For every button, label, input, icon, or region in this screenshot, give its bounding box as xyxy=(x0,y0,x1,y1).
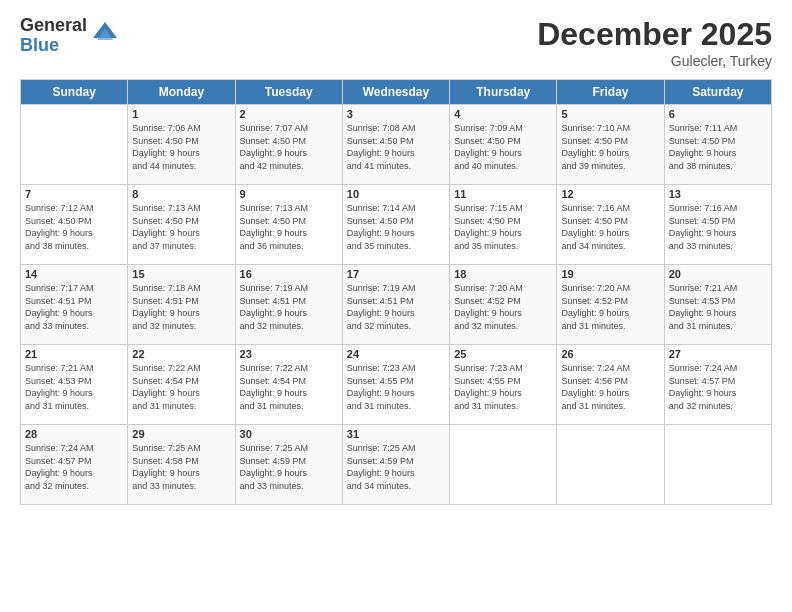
week-row-3: 14Sunrise: 7:17 AM Sunset: 4:51 PM Dayli… xyxy=(21,265,772,345)
calendar-cell xyxy=(664,425,771,505)
calendar-cell: 20Sunrise: 7:21 AM Sunset: 4:53 PM Dayli… xyxy=(664,265,771,345)
calendar-cell: 25Sunrise: 7:23 AM Sunset: 4:55 PM Dayli… xyxy=(450,345,557,425)
calendar-cell: 31Sunrise: 7:25 AM Sunset: 4:59 PM Dayli… xyxy=(342,425,449,505)
week-row-2: 7Sunrise: 7:12 AM Sunset: 4:50 PM Daylig… xyxy=(21,185,772,265)
day-info: Sunrise: 7:25 AM Sunset: 4:58 PM Dayligh… xyxy=(132,442,230,492)
day-info: Sunrise: 7:22 AM Sunset: 4:54 PM Dayligh… xyxy=(132,362,230,412)
day-number: 12 xyxy=(561,188,659,200)
day-header-friday: Friday xyxy=(557,80,664,105)
day-info: Sunrise: 7:09 AM Sunset: 4:50 PM Dayligh… xyxy=(454,122,552,172)
day-info: Sunrise: 7:20 AM Sunset: 4:52 PM Dayligh… xyxy=(454,282,552,332)
day-number: 29 xyxy=(132,428,230,440)
calendar-cell: 22Sunrise: 7:22 AM Sunset: 4:54 PM Dayli… xyxy=(128,345,235,425)
day-number: 25 xyxy=(454,348,552,360)
day-number: 4 xyxy=(454,108,552,120)
day-info: Sunrise: 7:25 AM Sunset: 4:59 PM Dayligh… xyxy=(347,442,445,492)
day-info: Sunrise: 7:23 AM Sunset: 4:55 PM Dayligh… xyxy=(347,362,445,412)
day-number: 3 xyxy=(347,108,445,120)
day-info: Sunrise: 7:13 AM Sunset: 4:50 PM Dayligh… xyxy=(240,202,338,252)
calendar-cell: 9Sunrise: 7:13 AM Sunset: 4:50 PM Daylig… xyxy=(235,185,342,265)
day-number: 18 xyxy=(454,268,552,280)
calendar-cell: 21Sunrise: 7:21 AM Sunset: 4:53 PM Dayli… xyxy=(21,345,128,425)
calendar-cell: 7Sunrise: 7:12 AM Sunset: 4:50 PM Daylig… xyxy=(21,185,128,265)
day-number: 14 xyxy=(25,268,123,280)
day-number: 5 xyxy=(561,108,659,120)
calendar-cell xyxy=(21,105,128,185)
day-number: 7 xyxy=(25,188,123,200)
calendar-cell: 3Sunrise: 7:08 AM Sunset: 4:50 PM Daylig… xyxy=(342,105,449,185)
week-row-5: 28Sunrise: 7:24 AM Sunset: 4:57 PM Dayli… xyxy=(21,425,772,505)
day-info: Sunrise: 7:10 AM Sunset: 4:50 PM Dayligh… xyxy=(561,122,659,172)
day-info: Sunrise: 7:24 AM Sunset: 4:57 PM Dayligh… xyxy=(25,442,123,492)
day-header-sunday: Sunday xyxy=(21,80,128,105)
day-info: Sunrise: 7:12 AM Sunset: 4:50 PM Dayligh… xyxy=(25,202,123,252)
calendar-cell: 5Sunrise: 7:10 AM Sunset: 4:50 PM Daylig… xyxy=(557,105,664,185)
day-info: Sunrise: 7:13 AM Sunset: 4:50 PM Dayligh… xyxy=(132,202,230,252)
calendar-cell: 11Sunrise: 7:15 AM Sunset: 4:50 PM Dayli… xyxy=(450,185,557,265)
day-info: Sunrise: 7:18 AM Sunset: 4:51 PM Dayligh… xyxy=(132,282,230,332)
day-number: 23 xyxy=(240,348,338,360)
day-number: 16 xyxy=(240,268,338,280)
calendar-cell: 8Sunrise: 7:13 AM Sunset: 4:50 PM Daylig… xyxy=(128,185,235,265)
day-number: 9 xyxy=(240,188,338,200)
day-info: Sunrise: 7:19 AM Sunset: 4:51 PM Dayligh… xyxy=(240,282,338,332)
day-number: 17 xyxy=(347,268,445,280)
calendar-cell: 6Sunrise: 7:11 AM Sunset: 4:50 PM Daylig… xyxy=(664,105,771,185)
day-info: Sunrise: 7:24 AM Sunset: 4:57 PM Dayligh… xyxy=(669,362,767,412)
day-info: Sunrise: 7:24 AM Sunset: 4:56 PM Dayligh… xyxy=(561,362,659,412)
calendar-cell: 27Sunrise: 7:24 AM Sunset: 4:57 PM Dayli… xyxy=(664,345,771,425)
day-number: 13 xyxy=(669,188,767,200)
calendar-cell: 23Sunrise: 7:22 AM Sunset: 4:54 PM Dayli… xyxy=(235,345,342,425)
calendar-cell: 15Sunrise: 7:18 AM Sunset: 4:51 PM Dayli… xyxy=(128,265,235,345)
calendar-cell xyxy=(450,425,557,505)
day-info: Sunrise: 7:17 AM Sunset: 4:51 PM Dayligh… xyxy=(25,282,123,332)
day-header-thursday: Thursday xyxy=(450,80,557,105)
day-info: Sunrise: 7:19 AM Sunset: 4:51 PM Dayligh… xyxy=(347,282,445,332)
calendar-cell: 29Sunrise: 7:25 AM Sunset: 4:58 PM Dayli… xyxy=(128,425,235,505)
day-info: Sunrise: 7:25 AM Sunset: 4:59 PM Dayligh… xyxy=(240,442,338,492)
day-info: Sunrise: 7:06 AM Sunset: 4:50 PM Dayligh… xyxy=(132,122,230,172)
day-info: Sunrise: 7:22 AM Sunset: 4:54 PM Dayligh… xyxy=(240,362,338,412)
month-title: December 2025 xyxy=(537,16,772,53)
day-info: Sunrise: 7:20 AM Sunset: 4:52 PM Dayligh… xyxy=(561,282,659,332)
week-row-4: 21Sunrise: 7:21 AM Sunset: 4:53 PM Dayli… xyxy=(21,345,772,425)
calendar-cell: 30Sunrise: 7:25 AM Sunset: 4:59 PM Dayli… xyxy=(235,425,342,505)
calendar-cell: 2Sunrise: 7:07 AM Sunset: 4:50 PM Daylig… xyxy=(235,105,342,185)
calendar-cell: 16Sunrise: 7:19 AM Sunset: 4:51 PM Dayli… xyxy=(235,265,342,345)
logo: General Blue xyxy=(20,16,119,56)
day-info: Sunrise: 7:14 AM Sunset: 4:50 PM Dayligh… xyxy=(347,202,445,252)
day-info: Sunrise: 7:16 AM Sunset: 4:50 PM Dayligh… xyxy=(669,202,767,252)
calendar-cell: 13Sunrise: 7:16 AM Sunset: 4:50 PM Dayli… xyxy=(664,185,771,265)
calendar-cell: 4Sunrise: 7:09 AM Sunset: 4:50 PM Daylig… xyxy=(450,105,557,185)
calendar-cell: 1Sunrise: 7:06 AM Sunset: 4:50 PM Daylig… xyxy=(128,105,235,185)
title-block: December 2025 Gulecler, Turkey xyxy=(537,16,772,69)
day-number: 24 xyxy=(347,348,445,360)
day-number: 28 xyxy=(25,428,123,440)
day-number: 31 xyxy=(347,428,445,440)
day-number: 19 xyxy=(561,268,659,280)
logo-icon xyxy=(91,20,119,52)
day-number: 22 xyxy=(132,348,230,360)
calendar-cell: 14Sunrise: 7:17 AM Sunset: 4:51 PM Dayli… xyxy=(21,265,128,345)
day-number: 10 xyxy=(347,188,445,200)
calendar-cell: 12Sunrise: 7:16 AM Sunset: 4:50 PM Dayli… xyxy=(557,185,664,265)
day-info: Sunrise: 7:11 AM Sunset: 4:50 PM Dayligh… xyxy=(669,122,767,172)
day-info: Sunrise: 7:15 AM Sunset: 4:50 PM Dayligh… xyxy=(454,202,552,252)
logo-blue: Blue xyxy=(20,36,87,56)
calendar-cell: 18Sunrise: 7:20 AM Sunset: 4:52 PM Dayli… xyxy=(450,265,557,345)
calendar-cell: 19Sunrise: 7:20 AM Sunset: 4:52 PM Dayli… xyxy=(557,265,664,345)
logo-text: General Blue xyxy=(20,16,87,56)
day-header-wednesday: Wednesday xyxy=(342,80,449,105)
day-number: 15 xyxy=(132,268,230,280)
calendar-cell: 26Sunrise: 7:24 AM Sunset: 4:56 PM Dayli… xyxy=(557,345,664,425)
page: General Blue December 2025 Gulecler, Tur… xyxy=(0,0,792,612)
calendar-cell: 24Sunrise: 7:23 AM Sunset: 4:55 PM Dayli… xyxy=(342,345,449,425)
calendar-cell: 17Sunrise: 7:19 AM Sunset: 4:51 PM Dayli… xyxy=(342,265,449,345)
day-info: Sunrise: 7:08 AM Sunset: 4:50 PM Dayligh… xyxy=(347,122,445,172)
calendar-cell: 28Sunrise: 7:24 AM Sunset: 4:57 PM Dayli… xyxy=(21,425,128,505)
week-row-1: 1Sunrise: 7:06 AM Sunset: 4:50 PM Daylig… xyxy=(21,105,772,185)
day-number: 11 xyxy=(454,188,552,200)
day-header-monday: Monday xyxy=(128,80,235,105)
day-info: Sunrise: 7:23 AM Sunset: 4:55 PM Dayligh… xyxy=(454,362,552,412)
calendar-cell: 10Sunrise: 7:14 AM Sunset: 4:50 PM Dayli… xyxy=(342,185,449,265)
